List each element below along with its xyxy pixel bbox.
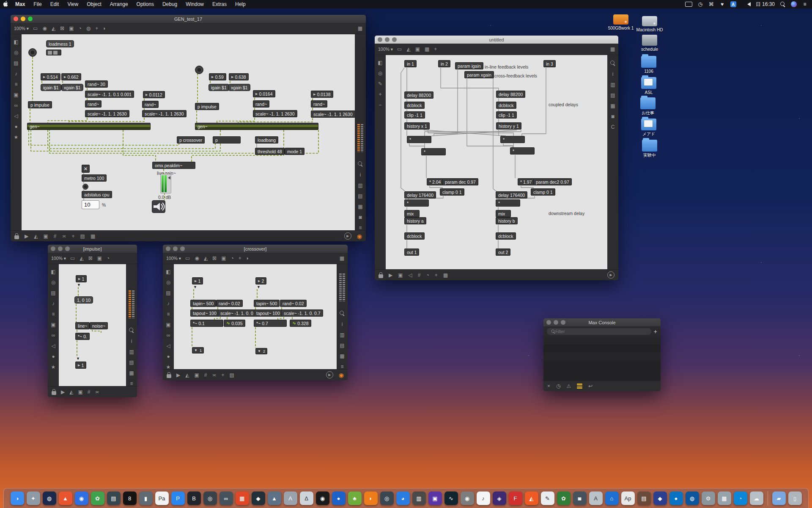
dock-icon-app-33[interactable]: ◭ [525, 491, 538, 505]
heart-icon[interactable]: ♥ [719, 1, 725, 8]
grid-icon[interactable]: # [204, 373, 207, 378]
minimize-button[interactable] [385, 37, 390, 42]
desktop-icon-1106[interactable]: 1106 [634, 56, 664, 74]
menu-file[interactable]: File [29, 0, 46, 8]
toggle-icon[interactable]: ▣ [69, 26, 74, 31]
obj-history-a[interactable]: history a [404, 217, 426, 224]
grid-icon[interactable]: # [418, 273, 421, 278]
obj-tapin-500[interactable]: tapin~ 500 [190, 300, 216, 307]
zoom-button[interactable] [392, 37, 397, 42]
dock-icon-unity[interactable]: ◉ [316, 491, 329, 505]
zoom-level[interactable]: 100% ▾ [166, 256, 181, 261]
obj-tapin-500[interactable]: tapin~ 500 [254, 300, 280, 307]
image-icon[interactable]: ▣ [166, 322, 170, 327]
console-log-list[interactable] [543, 337, 661, 381]
matrix-icon[interactable]: ▦ [91, 234, 95, 239]
msg-igain-1[interactable]: igain $1 [41, 84, 61, 91]
menu-edit[interactable]: Edit [46, 0, 63, 8]
patcher-canvas[interactable]: ▶1▼1, 0 10line~noise~*~ 0.▼▶1 [59, 264, 126, 386]
camera-icon[interactable]: ◙ [611, 114, 614, 119]
layers-icon[interactable]: ▣ [194, 373, 199, 378]
traffic-lights[interactable] [51, 246, 70, 251]
bangsm-bangsm[interactable] [82, 184, 88, 190]
window-max-console[interactable]: Max Console + ×◷⚠↩ [543, 318, 661, 391]
obj-in-2[interactable]: in 2 [438, 60, 450, 67]
window-crossover[interactable]: [crossover] 100% ▾ ▭◉◭⊠▣◔+◗ ▦ ◧◎▤♪≡▣∞◁●★… [163, 245, 348, 380]
dock-icon-max[interactable]: ∿ [444, 491, 458, 505]
tri-box[interactable]: ▼ [77, 283, 81, 287]
togglex-box[interactable]: ✕ [82, 165, 90, 173]
reference-icon[interactable]: ▤ [610, 93, 615, 98]
traffic-lights[interactable] [166, 246, 185, 251]
num-0-0164[interactable]: ▶0.0164 [253, 90, 275, 97]
dock-icon-trash[interactable]: ▯ [788, 491, 802, 505]
target-icon[interactable]: ◎ [14, 50, 18, 55]
audio-icon[interactable]: ◁ [14, 113, 18, 119]
obj-clip-1-1[interactable]: clip -1 1 [404, 111, 425, 119]
obj-out-2[interactable]: out 2 [496, 248, 510, 256]
menu-extras[interactable]: Extras [208, 0, 231, 8]
obj-delay-176400[interactable]: delay 176400 [496, 191, 527, 199]
obj-delay-176400[interactable]: delay 176400 [404, 191, 436, 199]
lock-icon[interactable] [379, 274, 383, 278]
dock-icon-app-27[interactable]: ▣ [428, 491, 442, 505]
grid-icon[interactable]: # [88, 389, 91, 395]
num2-1[interactable]: ▶1 [75, 362, 86, 369]
obj-p-impulse[interactable]: p impulse [195, 103, 219, 110]
object-palette-icon[interactable]: ▦ [610, 47, 615, 52]
dock-icon-system-preferences[interactable]: ⚙ [702, 491, 715, 505]
time-machine-icon[interactable]: ◷ [697, 1, 703, 8]
object-icon[interactable]: ▭ [397, 47, 402, 52]
clear-console-icon[interactable]: × [547, 384, 550, 389]
run-button[interactable]: ▶ [326, 371, 333, 378]
menu-options[interactable]: Options [132, 0, 158, 8]
obj-box[interactable]: * [421, 148, 446, 155]
obj-scale-1-1-0-0-2[interactable]: scale~ -1. 1. 0. 0.2 [218, 309, 260, 317]
toggle-icon[interactable]: ▣ [415, 47, 420, 52]
object-icon[interactable]: ▭ [70, 256, 75, 261]
dock-icon-app-46[interactable]: ◔ [734, 491, 747, 505]
zoom-button[interactable] [28, 17, 33, 21]
menu-view[interactable]: View [63, 0, 82, 8]
minimize-button[interactable] [58, 246, 63, 251]
close-button[interactable] [378, 37, 382, 42]
num-0-59[interactable]: ▶0.59 [209, 73, 226, 80]
obj-0-7[interactable]: *~ 0.7 [254, 320, 287, 327]
record-icon[interactable]: ● [167, 354, 170, 359]
obj-out-1[interactable]: out 1 [404, 248, 419, 256]
fader-icon[interactable]: ≡ [52, 312, 55, 317]
refresh-icon[interactable]: C [611, 124, 615, 130]
minimize-button[interactable] [21, 17, 25, 21]
run-button[interactable]: ▶ [344, 232, 351, 240]
dock-icon-app-4[interactable]: ▲ [59, 491, 72, 505]
dock-icon-app-8[interactable]: 8 [123, 491, 137, 505]
search-icon[interactable] [610, 60, 616, 66]
traffic-lights[interactable] [378, 37, 397, 42]
log-levels-icon[interactable] [577, 384, 582, 389]
zoom-level[interactable]: 100% ▾ [378, 47, 393, 52]
link-icon[interactable]: ∞ [14, 103, 18, 108]
delete-icon[interactable]: ⊠ [212, 256, 217, 261]
comment-tool-icon[interactable]: ◭ [34, 234, 38, 239]
obj-dcblock[interactable]: dcblock [496, 232, 516, 240]
obj-scale-1-1-0-0-7[interactable]: scale~ -1. 1. 0. 0.7 [281, 309, 323, 317]
object-palette-icon[interactable]: ▦ [358, 26, 362, 31]
object-icon[interactable]: ▭ [33, 26, 38, 31]
send-icon[interactable]: ◗ [246, 256, 249, 261]
obj-rand[interactable]: rand~ [311, 100, 327, 108]
lock-icon[interactable] [14, 235, 19, 239]
patcher-canvas[interactable]: ▶1▼▶2▼tapin~ 500rand~ 0.02tapout~ 100sca… [174, 264, 337, 369]
target-icon[interactable]: ◎ [378, 71, 382, 76]
input-source-badge[interactable]: A [730, 1, 736, 7]
outtri-box[interactable]: ▼2 [255, 348, 267, 354]
toggle-icon[interactable]: ▣ [221, 256, 226, 261]
note-icon[interactable]: ♪ [52, 301, 55, 306]
clock-time[interactable]: 日 16:30 [756, 1, 775, 8]
comment-icon[interactable]: ◭ [406, 47, 410, 52]
dock-icon-app-43[interactable]: ◍ [686, 491, 699, 505]
speaker-speaker[interactable] [152, 200, 165, 213]
number-icon[interactable]: ◍ [86, 26, 91, 31]
outtri-box[interactable]: ▼1 [192, 347, 204, 353]
delete-icon[interactable]: ⊠ [88, 256, 93, 261]
dock-icon-app-18[interactable]: A [284, 491, 297, 505]
